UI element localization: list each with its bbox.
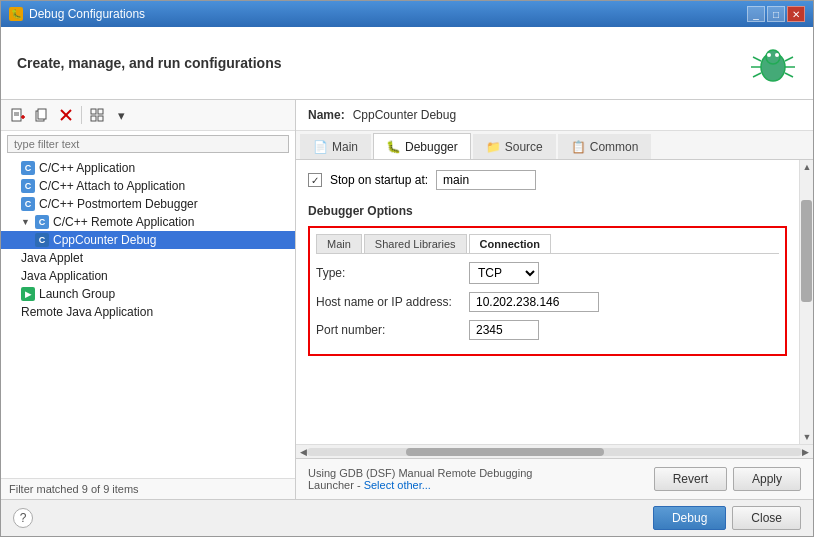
stop-startup-checkbox[interactable]: ✓ — [308, 173, 322, 187]
footer-buttons: Debug Close — [653, 506, 801, 530]
svg-point-1 — [766, 50, 780, 64]
title-bar-left: 🐛 Debug Configurations — [9, 7, 145, 21]
tab-source[interactable]: 📁 Source — [473, 134, 556, 159]
window-title: Debug Configurations — [29, 7, 145, 21]
title-bar-controls: _ □ ✕ — [747, 6, 805, 22]
port-input[interactable] — [469, 320, 539, 340]
collapse-all-button[interactable] — [86, 104, 108, 126]
scroll-track-h — [307, 448, 802, 456]
c-badge: C — [35, 215, 49, 229]
bottom-text: Using GDB (DSF) Manual Remote Debugging … — [308, 467, 532, 491]
tree-item-launch-group[interactable]: ▶ Launch Group — [1, 285, 295, 303]
c-badge: C — [21, 161, 35, 175]
filter-input[interactable] — [7, 135, 289, 153]
apply-button[interactable]: Apply — [733, 467, 801, 491]
tabs-row: 📄 Main 🐛 Debugger 📁 Source 📋 Common — [296, 131, 813, 160]
window-icon: 🐛 — [9, 7, 23, 21]
c-badge: C — [21, 197, 35, 211]
tree-item-cpp-postmortem[interactable]: C C/C++ Postmortem Debugger — [1, 195, 295, 213]
tree-item-cpp-app[interactable]: C C/C++ Application — [1, 159, 295, 177]
tree-item-label: Java Application — [21, 269, 108, 283]
source-tab-icon: 📁 — [486, 140, 501, 154]
tree-item-remote-java[interactable]: Remote Java Application — [1, 303, 295, 321]
revert-button[interactable]: Revert — [654, 467, 727, 491]
svg-rect-19 — [91, 109, 96, 114]
tree-item-java-app[interactable]: Java Application — [1, 267, 295, 285]
select-other-link[interactable]: Select other... — [364, 479, 431, 491]
svg-line-4 — [753, 73, 761, 77]
svg-line-2 — [753, 57, 761, 61]
svg-rect-20 — [98, 109, 103, 114]
dropdown-button[interactable]: ▾ — [110, 104, 132, 126]
tree-item-cpp-remote[interactable]: ▼ C C/C++ Remote Application — [1, 213, 295, 231]
duplicate-config-button[interactable] — [31, 104, 53, 126]
tree-item-cpp-attach[interactable]: C C/C++ Attach to Application — [1, 177, 295, 195]
title-bar: 🐛 Debug Configurations _ □ ✕ — [1, 1, 813, 27]
type-label: Type: — [316, 266, 461, 280]
tab-common[interactable]: 📋 Common — [558, 134, 652, 159]
tree-item-label: Remote Java Application — [21, 305, 153, 319]
tree-item-label: Launch Group — [39, 287, 115, 301]
inner-tab-connection[interactable]: Connection — [469, 234, 552, 253]
new-config-button[interactable] — [7, 104, 29, 126]
maximize-button[interactable]: □ — [767, 6, 785, 22]
debugger-options-title: Debugger Options — [308, 204, 787, 218]
startup-row: ✓ Stop on startup at: — [308, 170, 787, 190]
svg-point-9 — [775, 53, 779, 57]
common-tab-label: Common — [590, 140, 639, 154]
name-label: Name: — [308, 108, 345, 122]
stop-startup-input[interactable] — [436, 170, 536, 190]
tree-item-label: C/C++ Attach to Application — [39, 179, 185, 193]
tree-item-java-applet[interactable]: Java Applet — [1, 249, 295, 267]
main-tab-icon: 📄 — [313, 140, 328, 154]
port-label: Port number: — [316, 323, 461, 337]
bottom-text-prefix: Using GDB (DSF) Manual Remote Debugging — [308, 467, 532, 479]
scroll-up-button[interactable]: ▲ — [800, 160, 813, 174]
svg-rect-16 — [38, 109, 46, 119]
delete-config-button[interactable] — [55, 104, 77, 126]
inner-tab-main[interactable]: Main — [316, 234, 362, 253]
left-panel: ▾ C C/C++ Application C C/C++ Attach to … — [1, 100, 296, 499]
host-label: Host name or IP address: — [316, 295, 461, 309]
scroll-thumb-h — [406, 448, 604, 456]
tab-debugger[interactable]: 🐛 Debugger — [373, 133, 471, 159]
main-tab-label: Main — [332, 140, 358, 154]
svg-rect-22 — [98, 116, 103, 121]
scroll-track — [800, 174, 813, 430]
inner-tab-shared-libs[interactable]: Shared Libraries — [364, 234, 467, 253]
close-button[interactable]: Close — [732, 506, 801, 530]
debugger-tab-label: Debugger — [405, 140, 458, 154]
tree-item-label: Java Applet — [21, 251, 83, 265]
scroll-right-arrow[interactable]: ▶ — [802, 447, 809, 457]
host-input[interactable] — [469, 292, 599, 312]
type-row: Type: TCP UDP — [316, 262, 779, 284]
header-title: Create, manage, and run configurations — [17, 55, 282, 71]
tree-item-label: C/C++ Remote Application — [53, 215, 194, 229]
header-section: Create, manage, and run configurations — [1, 27, 813, 100]
footer: ? Debug Close — [1, 499, 813, 536]
host-row: Host name or IP address: — [316, 292, 779, 312]
vertical-scrollbar[interactable]: ▲ ▼ — [799, 160, 813, 444]
scroll-left-arrow[interactable]: ◀ — [300, 447, 307, 457]
svg-rect-21 — [91, 116, 96, 121]
c-badge: C — [35, 233, 49, 247]
action-buttons: Revert Apply — [654, 467, 801, 491]
scroll-down-button[interactable]: ▼ — [800, 430, 813, 444]
help-button[interactable]: ? — [13, 508, 33, 528]
config-content: ✓ Stop on startup at: Debugger Options M… — [296, 160, 799, 444]
c-badge: C — [21, 179, 35, 193]
debug-button[interactable]: Debug — [653, 506, 726, 530]
right-panel: Name: CppCounter Debug 📄 Main 🐛 Debugger… — [296, 100, 813, 499]
tab-main[interactable]: 📄 Main — [300, 134, 371, 159]
horizontal-scrollbar[interactable]: ◀ ▶ — [296, 444, 813, 458]
debugger-options-panel: Main Shared Libraries Connection Type: T… — [308, 226, 787, 356]
close-window-button[interactable]: ✕ — [787, 6, 805, 22]
main-content: ▾ C C/C++ Application C C/C++ Attach to … — [1, 100, 813, 499]
name-row: Name: CppCounter Debug — [296, 100, 813, 131]
bug-icon — [749, 39, 797, 87]
minimize-button[interactable]: _ — [747, 6, 765, 22]
config-tree: C C/C++ Application C C/C++ Attach to Ap… — [1, 157, 295, 478]
type-select[interactable]: TCP UDP — [469, 262, 539, 284]
tree-item-cppcounter-debug[interactable]: C CppCounter Debug — [1, 231, 295, 249]
tree-item-label: C/C++ Application — [39, 161, 135, 175]
